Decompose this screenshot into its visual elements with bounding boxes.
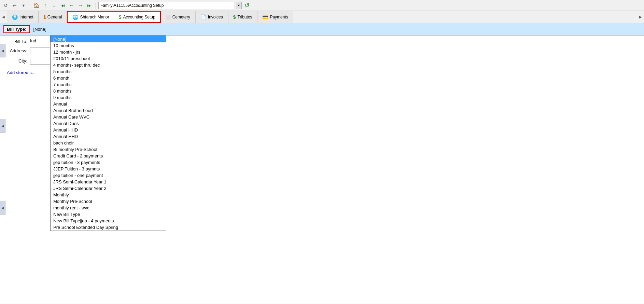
main-content: ◀ ◀ ◀ Bill Type: [None] Bill To: Ind Add… (0, 23, 644, 304)
tab-internet[interactable]: 🌐 Internet (7, 11, 39, 23)
dropdown-item[interactable]: Annual Care WVC (51, 114, 166, 120)
prev-icon[interactable]: ← (68, 2, 75, 9)
tab-tributes-label: Tributes (238, 15, 252, 19)
tab-invoices-label: Invoices (208, 15, 223, 19)
city-label-el: City: (3, 58, 27, 64)
undo-icon[interactable]: ↩ (11, 2, 18, 9)
general-icon: ℹ (44, 14, 46, 20)
dropdown-item[interactable]: Annual Dues (51, 120, 166, 127)
dropdown-item[interactable]: New Bill Typejjep - 4 payments (51, 218, 166, 224)
tab-accounting[interactable]: $ Accounting Setup (114, 12, 160, 22)
dropdown-item[interactable]: Pre School Extended Day Spring (51, 224, 166, 231)
address-bar[interactable]: Family\A11155\Acco&unting Setup (98, 2, 235, 9)
invoices-icon: 📄 (200, 14, 206, 20)
dropdown-item[interactable]: Monthly (51, 192, 166, 198)
dropdown-item[interactable]: Annual HHD (51, 133, 166, 140)
dropdown-item[interactable]: 12 month - jrs (51, 49, 166, 55)
dropdown-item[interactable]: jjep tuition - 3 payments (51, 159, 166, 166)
dropdown-item[interactable]: Annual HHD (51, 127, 166, 133)
tab-payments-label: Payments (270, 15, 288, 19)
dropdown-item[interactable]: 4 months- sept thru dec (51, 62, 166, 68)
tab-spacer (293, 11, 637, 23)
right-collapse[interactable]: ▶ (637, 11, 644, 23)
dropdown-item[interactable]: jjep tuition - one payment (51, 172, 166, 179)
dropdown-item[interactable]: Annual Brotherhood (51, 107, 166, 114)
dropdown-item[interactable]: 9 months (51, 94, 166, 101)
shfarach-icon: 🌐 (72, 14, 78, 20)
tab-cemetery[interactable]: ⬜ Cemetery (161, 11, 195, 23)
payments-icon: 💳 (262, 14, 268, 20)
highlighted-tab-group: 🌐 Shfarach Manor $ Accounting Setup (67, 11, 160, 23)
bill-type-value: [None] (33, 27, 46, 32)
bill-to-label: Bill To: (3, 38, 27, 44)
bill-type-dropdown[interactable]: [None]10 months12 month - jrs2010/11 pre… (50, 36, 166, 231)
dropdown-item[interactable]: Monthly Pre-School (51, 198, 166, 205)
dropdown-item[interactable]: bach choir (51, 140, 166, 146)
tab-accounting-label: Accounting Setup (123, 15, 155, 19)
dropdown-item[interactable]: Credit Card - 2 payments (51, 153, 166, 159)
dropdown-item[interactable]: 6 month (51, 75, 166, 81)
dropdown-item[interactable]: monthly rent - wvc (51, 205, 166, 211)
bill-to-value: Ind (30, 38, 36, 43)
dropdown-item[interactable]: 8 months (51, 88, 166, 94)
dropdown-item[interactable]: JRS Semi-Calendar Year 1 (51, 179, 166, 185)
tab-general[interactable]: ℹ General (39, 11, 67, 23)
address-text: Family\A11155\Acco&unting Setup (100, 3, 164, 8)
bill-type-label: Bill Type: (3, 25, 30, 33)
next-icon[interactable]: → (77, 2, 84, 9)
side-collapse-2[interactable]: ◀ (0, 119, 5, 133)
dropdown-item[interactable]: 10 months (51, 42, 166, 49)
sep2 (96, 2, 96, 9)
tab-tributes[interactable]: $ Tributes (228, 11, 257, 23)
toolbar: ↺ ↩ ▼ 🏠 ↑ ↓ ⏮ ← → ⏭ Family\A11155\Acco&u… (0, 0, 644, 11)
dropdown-item[interactable]: [None] (51, 36, 166, 42)
tab-cemetery-label: Cemetery (172, 15, 190, 19)
tab-shfarach[interactable]: 🌐 Shfarach Manor (68, 12, 114, 22)
nav-tabs-row: ◀ 🌐 Internet ℹ General 🌐 Shfarach Manor … (0, 11, 644, 23)
dropdown-item[interactable]: 2010/11 preschool (51, 55, 166, 62)
down-icon[interactable]: ↓ (50, 2, 58, 9)
sep1 (30, 2, 30, 9)
up-icon[interactable]: ↑ (41, 2, 49, 9)
last-icon[interactable]: ⏭ (86, 2, 93, 9)
address-dropdown-button[interactable]: ▼ (236, 2, 242, 9)
tab-internet-label: Internet (19, 15, 33, 19)
dropdown-item[interactable]: 7 months (51, 81, 166, 88)
tab-general-label: General (47, 15, 62, 19)
bill-to-ind: Ind (30, 38, 36, 43)
tab-invoices[interactable]: 📄 Invoices (195, 11, 228, 23)
dropdown-item[interactable]: Bi monthly Pre-School (51, 146, 166, 153)
side-collapse-1[interactable]: ◀ (0, 44, 5, 57)
dropdown-item[interactable]: 5 months (51, 68, 166, 75)
accounting-icon: $ (119, 14, 122, 20)
redo-icon[interactable]: ▼ (20, 2, 27, 9)
left-collapse[interactable]: ◀ (0, 11, 7, 23)
home-icon[interactable]: 🏠 (32, 2, 40, 9)
add-stored-credit-link[interactable]: Add stored c... (3, 68, 39, 77)
bill-type-row: Bill Type: [None] (0, 23, 644, 36)
tributes-icon: $ (233, 14, 236, 20)
side-collapse-3[interactable]: ◀ (0, 201, 5, 215)
tab-payments[interactable]: 💳 Payments (257, 11, 293, 23)
tab-shfarach-label: Shfarach Manor (80, 15, 109, 19)
internet-icon: 🌐 (12, 14, 18, 20)
refresh-icon[interactable]: ↺ (243, 2, 251, 9)
dropdown-item[interactable]: JRS Semi-Calendar Year 2 (51, 185, 166, 192)
dropdown-item[interactable]: New Bill Type (51, 211, 166, 218)
first-icon[interactable]: ⏮ (59, 2, 67, 9)
back-icon[interactable]: ↺ (2, 2, 10, 9)
cemetery-icon: ⬜ (166, 15, 171, 19)
dropdown-item[interactable]: Annual (51, 101, 166, 107)
dropdown-item[interactable]: JJEP Tuition - 3 pymnts (51, 166, 166, 172)
address-label-el: Address: (3, 47, 27, 53)
